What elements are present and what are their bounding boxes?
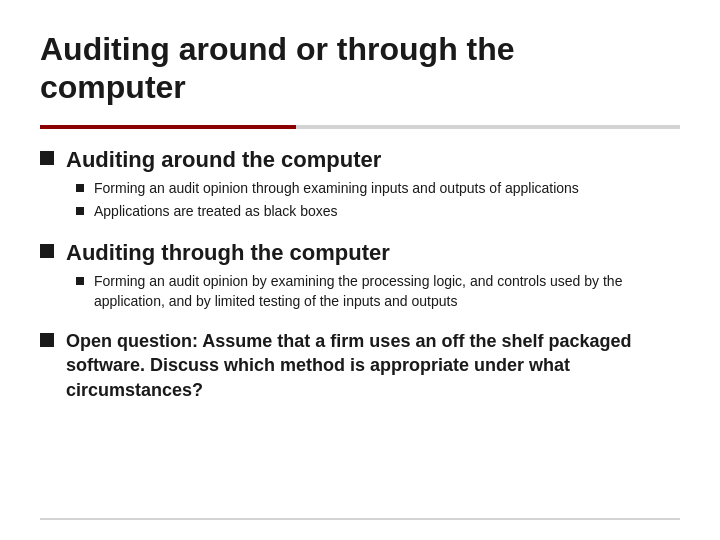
slide: Auditing around or through the computer … bbox=[0, 0, 720, 540]
title-line1: Auditing around or through the bbox=[40, 31, 515, 67]
section2-heading: Auditing through the computer bbox=[66, 240, 680, 266]
slide-title: Auditing around or through the computer bbox=[40, 30, 680, 107]
sub-bullet-1-1: Forming an audit opinion through examini… bbox=[76, 179, 680, 199]
sub-bullet-text-1-1: Forming an audit opinion through examini… bbox=[94, 179, 579, 199]
section2-sub-bullets: Forming an audit opinion by examining th… bbox=[66, 272, 680, 311]
sub-bullet-dot-2-1 bbox=[76, 277, 84, 285]
title-line2: computer bbox=[40, 69, 186, 105]
section2-item: Auditing through the computer Forming an… bbox=[40, 240, 680, 315]
bottom-divider bbox=[40, 518, 680, 520]
content-area: Auditing around the computer Forming an … bbox=[40, 147, 680, 504]
section1-item: Auditing around the computer Forming an … bbox=[40, 147, 680, 226]
section1-sub-bullets: Forming an audit opinion through examini… bbox=[66, 179, 680, 222]
open-question-square bbox=[40, 333, 54, 347]
bullet-square-1 bbox=[40, 151, 54, 165]
open-question-text: Open question: Assume that a firm uses a… bbox=[66, 329, 680, 402]
section2-content: Auditing through the computer Forming an… bbox=[66, 240, 680, 315]
sub-bullet-text-2-1: Forming an audit opinion by examining th… bbox=[94, 272, 680, 311]
section1-heading: Auditing around the computer bbox=[66, 147, 680, 173]
section1-content: Auditing around the computer Forming an … bbox=[66, 147, 680, 226]
sub-bullet-dot-1-1 bbox=[76, 184, 84, 192]
bullet-square-2 bbox=[40, 244, 54, 258]
sub-bullet-1-2: Applications are treated as black boxes bbox=[76, 202, 680, 222]
top-divider bbox=[40, 125, 680, 129]
sub-bullet-text-1-2: Applications are treated as black boxes bbox=[94, 202, 338, 222]
open-question-item: Open question: Assume that a firm uses a… bbox=[40, 329, 680, 402]
sub-bullet-2-1: Forming an audit opinion by examining th… bbox=[76, 272, 680, 311]
sub-bullet-dot-1-2 bbox=[76, 207, 84, 215]
